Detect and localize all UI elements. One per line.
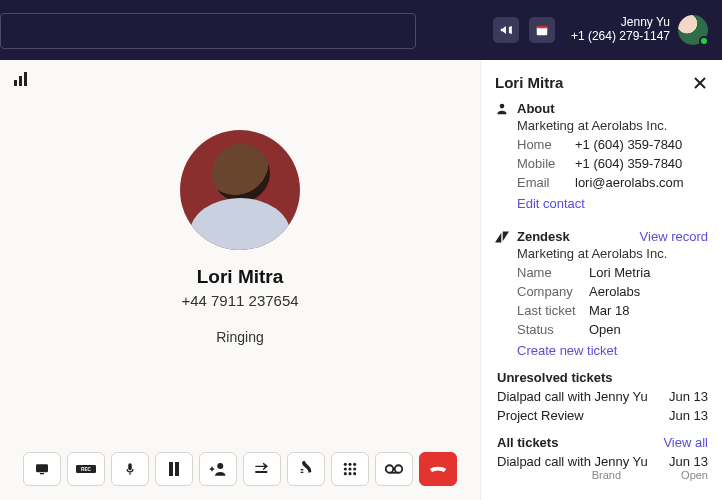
top-bar: Jenny Yu +1 (264) 279-1147 (0, 0, 722, 60)
hold-button[interactable] (155, 452, 193, 486)
info-row: NameLori Metria (517, 265, 708, 280)
info-value: Lori Metria (589, 265, 708, 280)
zendesk-icon (495, 231, 509, 243)
info-row: Emaillori@aerolabs.com (517, 175, 708, 190)
zendesk-heading: Zendesk (495, 229, 570, 244)
view-record-link[interactable]: View record (640, 229, 708, 244)
info-value: Mar 18 (589, 303, 708, 318)
ticket-date: Jun 13 (669, 454, 708, 469)
user-name: Jenny Yu (571, 16, 670, 30)
voicemail-button[interactable] (375, 452, 413, 486)
info-row: CompanyAerolabs (517, 284, 708, 299)
svg-point-28 (500, 103, 505, 108)
view-all-link[interactable]: View all (663, 435, 708, 450)
svg-rect-1 (537, 26, 548, 28)
info-value: +1 (604) 359-7840 (575, 137, 708, 152)
contact-panel: Lori Mitra About Marketing at Aerolabs I… (480, 60, 722, 500)
svg-point-15 (348, 463, 351, 466)
ticket-title: Dialpad call with Jenny Yu (497, 389, 648, 404)
search-input[interactable] (1, 24, 415, 39)
ticket-brand: Brand (592, 469, 621, 481)
dialpad-button[interactable] (331, 452, 369, 486)
search-field[interactable] (0, 13, 416, 49)
ticket-title: Project Review (497, 408, 584, 423)
svg-rect-12 (301, 469, 304, 470)
svg-rect-11 (255, 471, 267, 473)
info-row: Last ticketMar 18 (517, 303, 708, 318)
add-participant-button[interactable] (199, 452, 237, 486)
call-controls: REC (23, 452, 457, 486)
transfer-button[interactable] (243, 452, 281, 486)
info-value: +1 (604) 359-7840 (575, 156, 708, 171)
call-area: Lori Mitra +44 7911 237654 Ringing REC (0, 60, 480, 500)
svg-point-17 (344, 467, 347, 470)
close-icon[interactable] (692, 75, 708, 91)
svg-point-21 (348, 472, 351, 475)
svg-point-14 (344, 463, 347, 466)
user-phone: +1 (264) 279-1147 (571, 30, 670, 44)
ticket-date: Jun 13 (669, 389, 708, 404)
info-label: Mobile (517, 156, 575, 171)
svg-point-16 (353, 463, 356, 466)
presence-indicator (699, 36, 709, 46)
about-subtitle: Marketing at Aerolabs Inc. (517, 118, 708, 133)
contact-photo (180, 130, 300, 250)
info-label: Status (517, 322, 589, 337)
info-label: Home (517, 137, 575, 152)
ticket-row[interactable]: Project ReviewJun 13 (497, 408, 708, 423)
ticket-row[interactable]: Dialpad call with Jenny YuJun 13 (497, 389, 708, 404)
info-label: Last ticket (517, 303, 589, 318)
screenshare-button[interactable] (23, 452, 61, 486)
create-ticket-link[interactable]: Create new ticket (517, 343, 617, 358)
ticket-date: Jun 13 (669, 408, 708, 423)
signal-icon (14, 72, 29, 90)
unresolved-heading: Unresolved tickets (497, 370, 708, 385)
current-user[interactable]: Jenny Yu +1 (264) 279-1147 (571, 15, 708, 45)
edit-contact-link[interactable]: Edit contact (517, 196, 585, 211)
announce-icon[interactable] (493, 17, 519, 43)
svg-point-18 (348, 467, 351, 470)
calendar-icon[interactable] (529, 17, 555, 43)
svg-rect-8 (169, 462, 173, 476)
user-text: Jenny Yu +1 (264) 279-1147 (571, 16, 670, 44)
svg-point-24 (395, 465, 403, 473)
info-row: Home+1 (604) 359-7840 (517, 137, 708, 152)
ticket-subrow: BrandOpen (497, 469, 708, 481)
zendesk-subtitle: Marketing at Aerolabs Inc. (517, 246, 708, 261)
info-value: lori@aerolabs.com (575, 175, 708, 190)
all-tickets-heading: All tickets (497, 435, 558, 450)
svg-point-10 (217, 463, 223, 469)
svg-rect-6 (128, 463, 132, 470)
ticket-status: Open (681, 469, 708, 481)
svg-rect-13 (301, 472, 304, 473)
about-heading: About (495, 101, 708, 116)
svg-point-20 (344, 472, 347, 475)
call-status: Ringing (216, 329, 263, 345)
svg-text:REC: REC (81, 467, 91, 472)
svg-rect-3 (40, 473, 44, 474)
ticket-title: Dialpad call with Jenny Yu (497, 454, 648, 469)
info-row: Mobile+1 (604) 359-7840 (517, 156, 708, 171)
call-name: Lori Mitra (197, 266, 284, 288)
svg-rect-2 (36, 464, 48, 472)
svg-point-23 (386, 465, 394, 473)
panel-title: Lori Mitra (495, 74, 563, 91)
avatar (678, 15, 708, 45)
park-button[interactable] (287, 452, 325, 486)
svg-point-19 (353, 467, 356, 470)
person-icon (495, 102, 509, 116)
info-label: Company (517, 284, 589, 299)
svg-rect-9 (175, 462, 179, 476)
svg-rect-7 (129, 473, 130, 475)
info-label: Name (517, 265, 589, 280)
call-number: +44 7911 237654 (181, 292, 298, 309)
info-label: Email (517, 175, 575, 190)
info-row: StatusOpen (517, 322, 708, 337)
info-value: Open (589, 322, 708, 337)
record-button[interactable]: REC (67, 452, 105, 486)
hangup-button[interactable] (419, 452, 457, 486)
mute-button[interactable] (111, 452, 149, 486)
svg-point-22 (353, 472, 356, 475)
ticket-row[interactable]: Dialpad call with Jenny YuJun 13 (497, 454, 708, 469)
info-value: Aerolabs (589, 284, 708, 299)
